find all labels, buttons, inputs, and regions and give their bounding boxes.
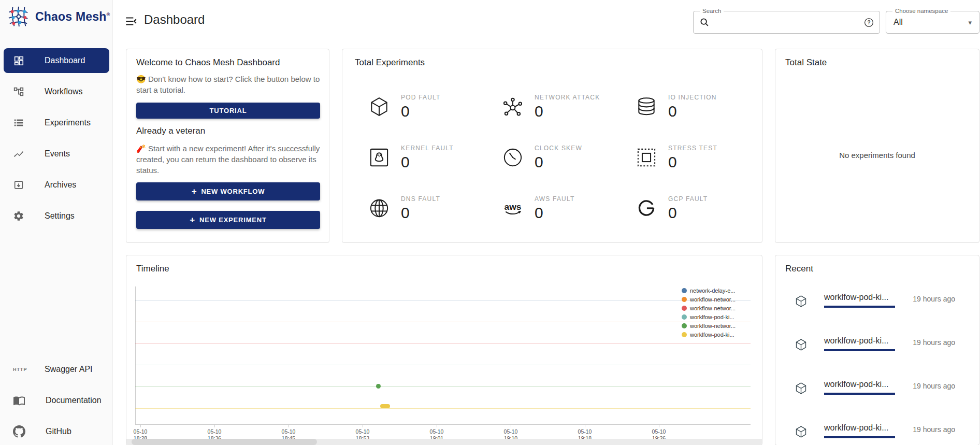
legend-item[interactable]: workflow-networ... [682, 304, 736, 312]
stat-value: 0 [668, 204, 708, 222]
x-tick [363, 425, 363, 427]
svg-text:aws: aws [505, 202, 522, 212]
sidebar-item-events[interactable]: Events [4, 141, 109, 166]
recent-item[interactable]: worklfow-pod-ki... 19 hours ago [775, 380, 979, 401]
linux-penguin-icon [368, 146, 391, 169]
menu-open-icon[interactable] [124, 15, 138, 28]
x-tick [140, 425, 141, 427]
x-tick [214, 425, 215, 427]
tutorial-button[interactable]: TUTORIAL [136, 103, 320, 119]
stress-square-icon [635, 146, 658, 169]
x-axis-line [135, 424, 751, 425]
welcome-card: Welcome to Chaos Mesh Dashboard 😎 Don't … [126, 49, 329, 243]
gridline-series-1 [135, 300, 751, 300]
chaos-mesh-logo-icon [7, 6, 29, 27]
cube-icon [794, 425, 808, 439]
chevron-down-icon: ▾ [968, 19, 972, 26]
recent-item[interactable]: worklfow-pod-ki... 19 hours ago [775, 336, 979, 358]
github-icon [13, 425, 25, 438]
recent-item-time: 19 hours ago [913, 425, 955, 434]
welcome-title: Welcome to Chaos Mesh Dashboard [136, 58, 280, 68]
recent-item-name[interactable]: worklfow-pod-ki... [824, 423, 888, 433]
stat-value: 0 [401, 204, 440, 222]
recent-item[interactable]: worklfow-pod-ki... 19 hours ago [775, 423, 979, 445]
sidebar-item-label: Swagger API [45, 365, 93, 374]
sidebar-item-documentation[interactable]: Documentation [4, 388, 109, 413]
sidebar-item-swagger-api[interactable]: HTTP Swagger API [4, 357, 109, 382]
stat-label: GCP FAULT [668, 195, 708, 203]
sidebar-item-settings[interactable]: Settings [4, 204, 109, 228]
stat-label: STRESS TEST [668, 145, 717, 152]
legend-item[interactable]: worklfow-pod-ki... [682, 312, 736, 321]
cube-icon [794, 338, 808, 352]
experiment-stats-grid: POD FAULT 0 NETWORK ATTACK 0 [368, 81, 769, 234]
total-state-title: Total State [785, 58, 827, 68]
namespace-value: All [893, 18, 968, 27]
stat-clock-skew: CLOCK SKEW 0 [501, 132, 635, 183]
legend-dot-icon [682, 323, 687, 328]
legend-item[interactable]: workflow-networ... [682, 295, 736, 304]
sidebar-item-archives[interactable]: Archives [4, 173, 109, 197]
cube-icon [794, 294, 808, 308]
sidebar: Chaos Mesh® Dashboard Workflows Experime… [0, 0, 113, 445]
sidebar-item-label: Events [45, 149, 70, 159]
stat-value: 0 [401, 153, 454, 171]
stat-value: 0 [668, 153, 717, 171]
legend-item[interactable]: worklfow-pod-ki... [682, 330, 736, 339]
legend-item[interactable]: network-delay-e... [682, 286, 736, 295]
globe-icon [368, 197, 391, 220]
http-icon: HTTP [13, 367, 25, 372]
sidebar-item-dashboard[interactable]: Dashboard [4, 48, 109, 73]
recent-item[interactable]: worklfow-pod-ki... 19 hours ago [775, 293, 979, 314]
archives-icon [13, 179, 24, 191]
gridline-series-2 [135, 322, 751, 322]
stat-label: CLOCK SKEW [535, 145, 582, 152]
dashboard-icon [13, 55, 24, 66]
chart-legend: network-delay-e... workflow-networ... wo… [682, 286, 736, 339]
legend-item[interactable]: workflow-networ... [682, 321, 736, 330]
help-icon[interactable]: ? [863, 17, 874, 28]
sidebar-item-label: GitHub [46, 427, 71, 436]
x-tick [289, 425, 289, 427]
recent-item-time: 19 hours ago [913, 338, 955, 347]
total-state-card: Total State No experiments found [775, 49, 979, 243]
new-workflow-button[interactable]: + NEW WORKFLOW [136, 182, 320, 200]
scrollbar-thumb[interactable] [132, 439, 317, 445]
sidebar-item-workflows[interactable]: Workflows [4, 79, 109, 104]
namespace-select[interactable]: Choose namespace All ▾ [886, 11, 979, 34]
search-input[interactable] [714, 18, 863, 27]
registered-mark: ® [106, 12, 110, 17]
sidebar-item-github[interactable]: GitHub [4, 419, 109, 444]
link-underline [824, 349, 895, 351]
stat-label: POD FAULT [401, 94, 441, 101]
legend-dot-icon [682, 332, 687, 337]
plus-icon: + [190, 216, 195, 224]
recent-card: Recent worklfow-pod-ki... 19 hours ago w… [775, 255, 979, 445]
link-underline [824, 436, 895, 438]
aws-icon: aws [501, 197, 524, 220]
brand-name: Chaos Mesh® [35, 10, 110, 24]
stat-value: 0 [535, 103, 600, 120]
new-experiment-button[interactable]: + NEW EXPERIMENT [136, 211, 320, 229]
workflows-icon [13, 86, 24, 97]
stat-label: KERNEL FAULT [401, 145, 454, 152]
veteran-text: 🧨 Start with a new experiment! After it'… [136, 143, 321, 176]
sidebar-item-label: Experiments [45, 118, 91, 127]
chaos-mesh-logo: Chaos Mesh® [7, 6, 110, 27]
event-point-green[interactable] [376, 384, 381, 389]
stat-stress-test: STRESS TEST 0 [635, 132, 769, 183]
recent-item-name[interactable]: worklfow-pod-ki... [824, 293, 888, 302]
legend-dot-icon [682, 288, 687, 293]
search-label: Search [700, 8, 724, 14]
sidebar-item-label: Documentation [46, 396, 102, 405]
recent-item-name[interactable]: worklfow-pod-ki... [824, 380, 888, 389]
cube-icon [794, 381, 808, 395]
stat-gcp-fault: GCP FAULT 0 [635, 183, 769, 234]
horizontal-scrollbar[interactable] [126, 439, 762, 445]
legend-dot-icon [682, 306, 687, 311]
sidebar-item-experiments[interactable]: Experiments [4, 110, 109, 135]
recent-item-name[interactable]: worklfow-pod-ki... [824, 336, 888, 346]
recent-item-time: 19 hours ago [913, 295, 955, 303]
event-bar-yellow[interactable] [380, 404, 390, 408]
legend-dot-icon [682, 314, 687, 320]
